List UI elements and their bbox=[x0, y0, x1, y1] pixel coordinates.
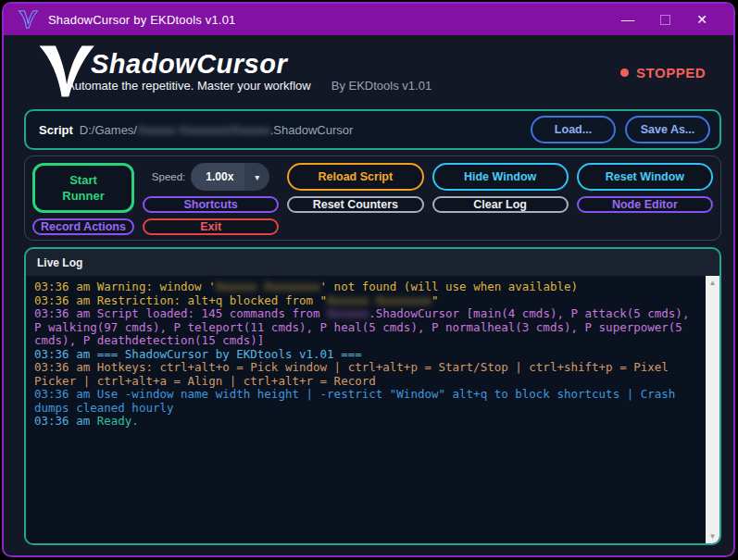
log-text-segment: 03:36 am Hotkeys: ctrl+alt+o = Pick wind… bbox=[34, 360, 675, 388]
start-runner-label-line1: Start bbox=[69, 173, 97, 187]
speed-control: Speed: 1.00x ▾ bbox=[143, 163, 279, 191]
log-line: 03:36 am Warning: window 'Xxxxxx Xxxxxxx… bbox=[34, 280, 700, 294]
live-log-panel: Live Log 03:36 am Warning: window 'Xxxxx… bbox=[24, 247, 721, 545]
log-redacted-text: Xxxxxx Xxxxxxxx bbox=[327, 293, 432, 307]
log-text-segment: 03:36 am bbox=[34, 414, 97, 428]
brand-tagline: Automate the repetitive. Master your wor… bbox=[67, 79, 311, 93]
exit-button[interactable]: Exit bbox=[143, 218, 279, 235]
clear-log-button[interactable]: Clear Log bbox=[432, 196, 569, 213]
scroll-up-icon[interactable]: ▲ bbox=[709, 276, 717, 290]
log-line: 03:36 am Restriction: alt+q blocked from… bbox=[34, 294, 700, 308]
toolbar: Start Runner Speed: 1.00x ▾ Reload Scrip… bbox=[24, 156, 721, 241]
log-line: 03:36 am === ShadowCursor by EKDtools v1… bbox=[34, 348, 700, 362]
script-path-prefix: D:/Games/ bbox=[80, 123, 137, 137]
node-editor-button[interactable]: Node Editor bbox=[577, 196, 713, 213]
reset-counters-button[interactable]: Reset Counters bbox=[287, 196, 423, 213]
log-redacted-text: Xxxxxx Xxxxxxxx bbox=[216, 280, 320, 293]
log-line: 03:36 am Script loaded: 145 commands fro… bbox=[34, 307, 700, 348]
start-runner-label-line2: Runner bbox=[62, 189, 105, 203]
script-path-redacted: Xxxxxx Xxxxxxxx/Xxxxxx bbox=[137, 123, 270, 137]
log-text-segment: Ready. bbox=[97, 414, 139, 428]
close-button[interactable]: ✕ bbox=[683, 4, 720, 35]
log-line: 03:36 am Use -window name width height |… bbox=[34, 388, 700, 415]
status-dot-icon bbox=[620, 68, 629, 77]
brand-byline: By EKDtools v1.01 bbox=[331, 79, 432, 93]
script-bar: Script D:/Games/Xxxxxx Xxxxxxxx/Xxxxxx.S… bbox=[24, 109, 721, 150]
status-label: STOPPED bbox=[636, 65, 706, 81]
minimize-button[interactable]: — bbox=[609, 4, 646, 35]
maximize-icon bbox=[660, 15, 670, 25]
maximize-button bbox=[646, 4, 683, 35]
script-path-suffix: .ShadowCursor bbox=[270, 123, 354, 137]
speed-label: Speed: bbox=[152, 171, 185, 182]
window-title: ShadowCursor by EKDtools v1.01 bbox=[48, 13, 236, 27]
log-text-segment: 03:36 am Warning: window ' bbox=[34, 280, 216, 293]
speed-dropdown[interactable]: 1.00x ▾ bbox=[191, 163, 269, 191]
log-scrollbar[interactable]: ▲ ▼ bbox=[706, 276, 719, 543]
live-log-title: Live Log bbox=[26, 249, 719, 276]
script-path: D:/Games/Xxxxxx Xxxxxxxx/Xxxxxx.ShadowCu… bbox=[80, 123, 353, 137]
start-runner-button[interactable]: Start Runner bbox=[32, 163, 134, 213]
brand-name: ShadowCursor bbox=[91, 50, 432, 78]
scroll-down-icon[interactable]: ▼ bbox=[709, 529, 717, 543]
script-label: Script bbox=[39, 123, 73, 137]
speed-value: 1.00x bbox=[191, 163, 244, 191]
chevron-down-icon: ▾ bbox=[244, 163, 269, 191]
app-logo-icon bbox=[17, 10, 39, 29]
log-text-segment: ' not found (will use when available) bbox=[320, 280, 578, 293]
app-window: ShadowCursor by EKDtools v1.01 — ✕ Shado… bbox=[2, 2, 735, 557]
log-text-segment: 03:36 am Script loaded: 145 commands fro… bbox=[34, 306, 327, 320]
hide-window-button[interactable]: Hide Window bbox=[432, 163, 569, 191]
log-text-segment: 03:36 am === ShadowCursor by EKDtools v1… bbox=[34, 347, 362, 361]
log-redacted-text: Xxxxxx bbox=[327, 306, 369, 320]
reset-window-button[interactable]: Reset Window bbox=[577, 163, 713, 191]
log-text-segment: 03:36 am Use -window name width height |… bbox=[34, 387, 682, 415]
live-log-body: 03:36 am Warning: window 'Xxxxxx Xxxxxxx… bbox=[26, 276, 719, 543]
shortcuts-button[interactable]: Shortcuts bbox=[143, 196, 279, 213]
log-line: 03:36 am Hotkeys: ctrl+alt+o = Pick wind… bbox=[34, 361, 700, 388]
reload-script-button[interactable]: Reload Script bbox=[287, 163, 423, 191]
load-button[interactable]: Load... bbox=[531, 116, 616, 143]
log-text-segment: 03:36 am Restriction: alt+q blocked from… bbox=[34, 293, 327, 307]
log-line: 03:36 am Ready. bbox=[34, 415, 700, 429]
title-bar: ShadowCursor by EKDtools v1.01 — ✕ bbox=[4, 4, 733, 35]
log-text-segment: " bbox=[432, 293, 439, 307]
header: ShadowCursor Automate the repetitive. Ma… bbox=[4, 35, 733, 107]
status-badge: STOPPED bbox=[620, 65, 706, 81]
log-content: 03:36 am Warning: window 'Xxxxxx Xxxxxxx… bbox=[26, 276, 706, 543]
save-as-button[interactable]: Save As... bbox=[625, 116, 710, 143]
record-actions-button[interactable]: Record Actions bbox=[32, 218, 134, 235]
